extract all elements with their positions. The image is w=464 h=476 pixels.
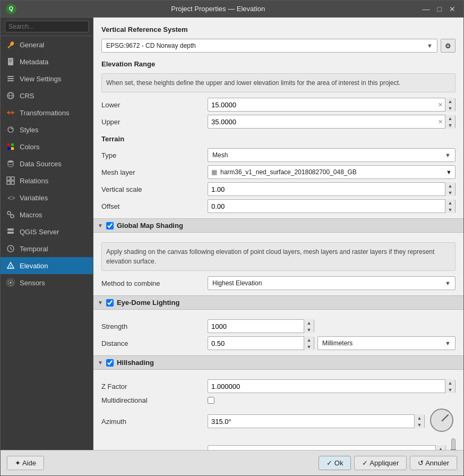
upper-decrement-button[interactable]: ▼	[445, 122, 455, 129]
upper-clear-button[interactable]: ✕	[436, 118, 445, 125]
sidebar-item-general[interactable]: General	[1, 36, 93, 53]
global-map-shading-title: Global Map Shading	[117, 222, 183, 230]
vrs-config-button[interactable]: ⚙	[441, 39, 456, 53]
sidebar-item-metadata[interactable]: Metadata	[1, 53, 93, 70]
apply-button[interactable]: ✓ Appliquer	[354, 456, 407, 470]
sidebar-item-data-sources[interactable]: Data Sources	[1, 155, 93, 172]
lower-label: Lower	[101, 101, 208, 109]
offset-increment-button[interactable]: ▲	[445, 199, 455, 206]
sidebar-item-macros[interactable]: Macros	[1, 206, 93, 223]
terrain-type-row: Type Mesh ▼	[101, 148, 456, 162]
distance-unit-chevron-icon: ▼	[445, 340, 451, 346]
sidebar-item-variables[interactable]: <> Variables	[1, 189, 93, 206]
maximize-button[interactable]: □	[435, 4, 444, 14]
global-map-shading-checkbox[interactable]	[106, 222, 114, 230]
sidebar-item-label-variables: Variables	[20, 194, 48, 202]
azimuth-dial[interactable]	[430, 409, 456, 434]
terrain-type-value: Mesh	[212, 151, 445, 159]
code-icon: <>	[6, 193, 15, 202]
strength-increment-button[interactable]: ▲	[304, 319, 314, 326]
global-map-shading-info: Apply shading on the canvas following el…	[101, 242, 456, 271]
lower-clear-button[interactable]: ✕	[436, 101, 445, 108]
layers-icon	[6, 74, 15, 83]
lower-decrement-button[interactable]: ▼	[445, 105, 455, 112]
sidebar-item-relations[interactable]: Relations	[1, 172, 93, 189]
upper-label: Upper	[101, 118, 208, 126]
titlebar: Q Project Properties — Elevation — □ ✕	[1, 1, 463, 18]
lower-input[interactable]	[208, 101, 436, 109]
strength-input[interactable]	[208, 322, 304, 330]
mesh-icon: ▦	[211, 168, 217, 176]
sidebar-item-transformations[interactable]: Transformations	[1, 104, 93, 121]
lower-spinner: ▲ ▼	[445, 98, 455, 112]
altitude-slider[interactable]	[451, 438, 456, 450]
distance-increment-button[interactable]: ▲	[304, 336, 314, 343]
sidebar-item-view-settings[interactable]: View Settings	[1, 70, 93, 87]
sidebar-item-qgis-server[interactable]: QGIS Server	[1, 223, 93, 240]
hillshading-header[interactable]: ▼ Hillshading	[93, 355, 463, 370]
terrain-type-label: Type	[101, 151, 208, 159]
svg-rect-21	[7, 181, 10, 184]
help-button[interactable]: ✦ Aide	[7, 456, 44, 470]
distance-spinner: ▲ ▼	[304, 336, 314, 350]
azimuth-increment-button[interactable]: ▲	[415, 414, 424, 421]
mesh-layer-dropdown[interactable]: ▦ harm36_v1_ned_surface_2018082700_048_G…	[208, 165, 456, 179]
vertical-scale-input[interactable]	[208, 185, 445, 193]
sidebar-item-temporal[interactable]: Temporal	[1, 240, 93, 257]
svg-line-26	[10, 214, 11, 215]
azimuth-input[interactable]	[208, 418, 414, 426]
method-combine-dropdown[interactable]: Highest Elevation ▼	[208, 276, 456, 290]
ok-button[interactable]: ✓ Ok	[319, 456, 351, 470]
offset-spinner: ▲ ▼	[445, 199, 455, 213]
upper-increment-button[interactable]: ▲	[445, 115, 455, 122]
global-map-shading-header[interactable]: ▼ Global Map Shading	[93, 218, 463, 233]
multidirectional-row: Multidirectional	[101, 396, 456, 404]
sidebar-item-label-data-sources: Data Sources	[20, 160, 62, 168]
eye-dome-lighting-header[interactable]: ▼ Eye-Dome Lighting	[93, 295, 463, 310]
sidebar-item-label-elevation: Elevation	[20, 262, 48, 270]
svg-rect-1	[9, 60, 12, 60]
sidebar-item-colors[interactable]: Colors	[1, 138, 93, 155]
altitude-spinner: ▲ ▼	[435, 445, 445, 450]
eye-dome-lighting-title: Eye-Dome Lighting	[117, 299, 179, 307]
minimize-button[interactable]: —	[420, 4, 433, 14]
lower-increment-button[interactable]: ▲	[445, 98, 455, 105]
offset-input[interactable]	[208, 202, 445, 210]
sidebar-item-elevation[interactable]: Elevation	[1, 257, 93, 274]
hillshading-checkbox[interactable]	[106, 359, 114, 367]
multidirectional-checkbox[interactable]	[208, 397, 214, 404]
distance-input[interactable]	[208, 339, 304, 347]
bottom-left-buttons: ✦ Aide	[7, 456, 44, 470]
eye-dome-lighting-checkbox[interactable]	[106, 299, 114, 307]
strength-decrement-button[interactable]: ▼	[304, 326, 314, 333]
close-button[interactable]: ✕	[446, 4, 458, 14]
z-factor-increment-button[interactable]: ▲	[445, 379, 455, 386]
vertical-scale-decrement-button[interactable]: ▼	[445, 189, 455, 196]
sidebar-item-sensors[interactable]: Sensors	[1, 274, 93, 291]
offset-label: Offset	[101, 202, 208, 210]
sidebar-item-crs[interactable]: CRS	[1, 87, 93, 104]
azimuth-decrement-button[interactable]: ▼	[415, 421, 424, 428]
vrs-dropdown[interactable]: EPSG:9672 - CD Norway depth ▼	[101, 39, 437, 53]
z-factor-decrement-button[interactable]: ▼	[445, 386, 455, 393]
hillshading-collapse-icon: ▼	[98, 360, 103, 366]
offset-row: Offset ▲ ▼	[101, 199, 456, 213]
offset-decrement-button[interactable]: ▼	[445, 206, 455, 213]
sidebar-search-input[interactable]	[5, 21, 89, 32]
z-factor-input[interactable]	[208, 382, 445, 390]
upper-input[interactable]	[208, 118, 436, 126]
altitude-increment-button[interactable]: ▲	[436, 445, 445, 450]
distance-decrement-button[interactable]: ▼	[304, 343, 314, 350]
cancel-button[interactable]: ↺ Annuler	[410, 456, 457, 470]
upper-row: Upper ✕ ▲ ▼	[101, 115, 456, 129]
vertical-scale-increment-button[interactable]: ▲	[445, 182, 455, 189]
svg-rect-22	[11, 181, 14, 184]
terrain-type-dropdown[interactable]: Mesh ▼	[208, 148, 456, 162]
azimuth-label: Azimuth	[101, 418, 208, 426]
mesh-layer-value: harm36_v1_ned_surface_2018082700_048_GB	[220, 168, 357, 176]
global-map-shading-content: Apply shading on the canvas following el…	[101, 238, 456, 450]
sidebar-item-label-styles: Styles	[20, 126, 38, 134]
server-icon	[6, 227, 15, 236]
sidebar-item-styles[interactable]: Styles	[1, 121, 93, 138]
distance-unit-dropdown[interactable]: Millimeters ▼	[317, 336, 456, 350]
